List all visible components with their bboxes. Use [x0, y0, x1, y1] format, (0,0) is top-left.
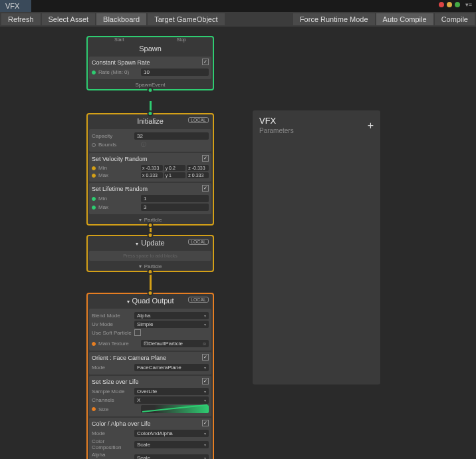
node-title: ▾Quad OutputLOCAL	[88, 294, 213, 307]
target-gameobject-button[interactable]: Target GameObject	[148, 13, 224, 25]
update-node[interactable]: ▾UpdateLOCAL Press space to add blocks ▾…	[86, 235, 214, 272]
texture-label: Main Texture	[98, 341, 138, 347]
velocity-section[interactable]: Set Velocity Random ✓ Minx -0.333y 0.2z …	[89, 153, 211, 182]
texture-field[interactable]: ⊡DefaultParticle⊙	[141, 340, 209, 347]
checkbox[interactable]: ✓	[202, 185, 209, 192]
panel-title: VFX	[259, 116, 374, 126]
blend-dropdown[interactable]: Alpha▾	[134, 312, 209, 319]
checkbox[interactable]: ✓	[202, 59, 209, 65]
add-icon[interactable]: +	[368, 120, 374, 132]
alphacomp-dropdown[interactable]: Scale▾	[134, 454, 209, 460]
panel-subtitle: Parameters	[259, 127, 374, 134]
color-section[interactable]: Color / Alpha over Life ✓ ModeColorAndAl…	[89, 418, 211, 459]
minimize-dot[interactable]	[447, 2, 452, 7]
spawn-rate-section[interactable]: Constant Spawn Rate ✓ Rate (Min: 0) 10	[89, 57, 211, 79]
min-label: Min	[98, 196, 138, 202]
local-badge: LOCAL	[188, 297, 209, 303]
rate-value[interactable]: 10	[141, 69, 209, 76]
soft-label: Use Soft Particle	[92, 330, 132, 336]
section-title: Constant Spawn Rate	[92, 59, 209, 66]
colorcomp-dropdown[interactable]: Scale▾	[134, 441, 209, 448]
node-title: InitializeLOCAL	[88, 114, 213, 128]
initialize-node[interactable]: InitializeLOCAL Capacity32 Boundsⓘ Set V…	[86, 113, 214, 226]
color-mode-dropdown[interactable]: ColorAndAlpha▾	[134, 430, 209, 437]
checkbox[interactable]	[134, 329, 141, 336]
output-port[interactable]	[148, 269, 154, 275]
port[interactable]	[92, 206, 96, 210]
local-badge: LOCAL	[188, 239, 209, 245]
section-title: Set Velocity Random	[92, 156, 209, 162]
blend-label: Blend Mode	[92, 313, 132, 319]
size-label: Size	[98, 406, 138, 412]
select-asset-button[interactable]: Select Asset	[42, 13, 96, 25]
sample-dropdown[interactable]: OverLife▾	[134, 388, 209, 395]
port[interactable]	[92, 197, 96, 201]
blackboard-button[interactable]: Blackboard	[96, 13, 146, 25]
checkbox[interactable]: ✓	[202, 354, 209, 361]
orient-dropdown[interactable]: FaceCameraPlane▾	[134, 364, 209, 371]
channels-dropdown[interactable]: X▾	[134, 396, 209, 404]
section-title: Orient : Face Camera Plane	[92, 355, 209, 361]
tab-bar: VFX ▾≡	[0, 0, 476, 12]
auto-compile-button[interactable]: Auto Compile	[376, 13, 433, 25]
colorcomp-label: Color Composition	[92, 438, 132, 450]
channels-label: Channels	[92, 397, 132, 403]
min-label: Min	[98, 165, 138, 171]
checkbox[interactable]: ✓	[202, 378, 209, 384]
editor-tab[interactable]: VFX	[0, 0, 31, 12]
port[interactable]	[92, 143, 96, 147]
checkbox[interactable]: ✓	[202, 155, 209, 162]
section-title: Set Size over Life	[92, 379, 209, 385]
uv-label: Uv Mode	[92, 321, 132, 327]
compile-button[interactable]: Compile	[435, 13, 475, 25]
max-label: Max	[98, 204, 138, 210]
port[interactable]	[92, 342, 96, 346]
port[interactable]	[92, 166, 96, 170]
sample-label: Sample Mode	[92, 388, 132, 394]
section-title: Set Lifetime Random	[92, 186, 209, 192]
orient-section[interactable]: Orient : Face Camera Plane ✓ ModeFaceCam…	[89, 352, 211, 375]
port[interactable]	[92, 174, 96, 178]
rate-label: Rate (Min: 0)	[98, 69, 138, 75]
output-port[interactable]	[148, 87, 154, 93]
bounds-label: Bounds	[98, 142, 138, 148]
lifetime-section[interactable]: Set Lifetime Random ✓ Min1 Max3	[89, 183, 211, 214]
lifetime-min[interactable]: 1	[141, 195, 209, 202]
window-controls: ▾≡	[439, 1, 472, 8]
mode-label: Mode	[92, 430, 132, 436]
spawn-node[interactable]: StartStop Spawn Constant Spawn Rate ✓ Ra…	[86, 36, 214, 90]
checkbox[interactable]: ✓	[202, 420, 209, 426]
node-title: Spawn	[88, 42, 213, 55]
mode-label: Mode	[92, 365, 132, 371]
input-port[interactable]	[92, 71, 96, 75]
port[interactable]	[92, 407, 96, 411]
max-label: Max	[98, 172, 138, 178]
stop-label: Stop	[177, 37, 186, 42]
blackboard-panel[interactable]: VFX Parameters +	[253, 110, 380, 384]
output-node[interactable]: ▾Quad OutputLOCAL Blend ModeAlpha▾ Uv Mo…	[86, 293, 214, 459]
uv-dropdown[interactable]: Simple▾	[134, 321, 209, 328]
maximize-dot[interactable]	[455, 2, 460, 7]
capacity-value[interactable]: 32	[134, 132, 209, 140]
capacity-section: Capacity32 Boundsⓘ	[89, 129, 211, 152]
local-badge: LOCAL	[188, 117, 209, 123]
lifetime-max[interactable]: 3	[141, 204, 209, 211]
start-label: Start	[114, 37, 124, 42]
close-dot[interactable]	[439, 2, 444, 7]
output-props: Blend ModeAlpha▾ Uv ModeSimple▾ Use Soft…	[89, 309, 211, 351]
force-runtime-button[interactable]: Force Runtime Mode	[293, 13, 375, 25]
capacity-label: Capacity	[92, 133, 132, 139]
menu-icon[interactable]: ▾≡	[465, 1, 472, 8]
node-title: ▾UpdateLOCAL	[88, 236, 213, 249]
graph-canvas[interactable]: StartStop Spawn Constant Spawn Rate ✓ Ra…	[0, 27, 476, 459]
size-section[interactable]: Set Size over Life ✓ Sample ModeOverLife…	[89, 376, 211, 416]
output-port[interactable]	[148, 222, 154, 228]
empty-section: Press space to add blocks	[89, 251, 211, 261]
alphacomp-label: Alpha Composition	[92, 452, 132, 459]
size-curve[interactable]	[141, 405, 209, 413]
toolbar: Refresh Select Asset Blackboard Target G…	[0, 12, 476, 27]
section-title: Color / Alpha over Life	[92, 420, 209, 427]
refresh-button[interactable]: Refresh	[1, 13, 41, 25]
